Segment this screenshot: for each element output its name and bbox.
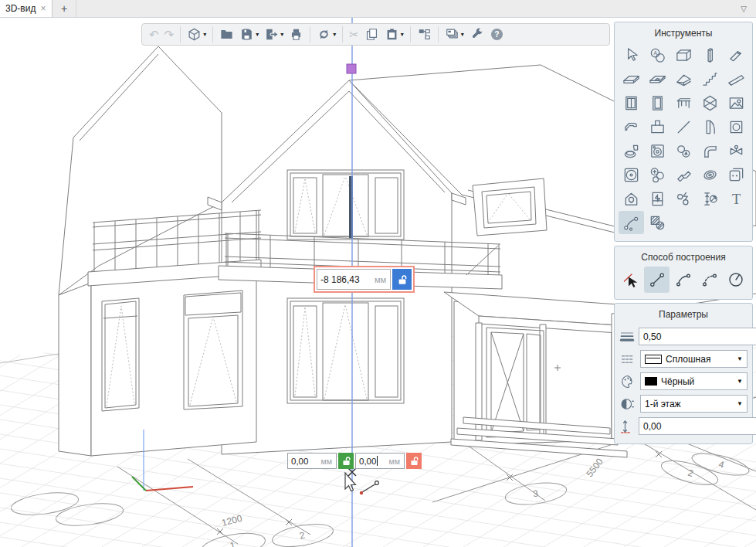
x-coordinate-field[interactable]: 0,00 мм	[287, 453, 337, 469]
tool-washer-button[interactable]	[645, 139, 670, 162]
spline-start-dot	[360, 491, 363, 494]
tool-wall-button[interactable]	[671, 43, 697, 66]
tool-valve-button[interactable]	[724, 139, 749, 162]
tool-ramp-button[interactable]	[724, 67, 749, 90]
line-weight-input[interactable]	[639, 331, 756, 342]
method-arc-tangent-button[interactable]	[697, 267, 722, 293]
tool-furniture-button[interactable]	[671, 91, 697, 114]
close-icon[interactable]: ×	[40, 4, 46, 13]
redo-button[interactable]: ↷	[162, 25, 177, 44]
level-select[interactable]: 1-й этаж ▼	[640, 395, 748, 413]
axis-bubble-r4: 4	[717, 459, 725, 471]
elevation-icon	[619, 419, 635, 434]
paste-button[interactable]: ▾	[382, 25, 406, 44]
dropdown-arrow-icon[interactable]: ▾	[280, 31, 283, 38]
coordinate-inputs: 0,00 мм 0,00 мм	[287, 453, 422, 469]
print-button[interactable]	[286, 25, 306, 44]
cut-button[interactable]: ✂	[347, 25, 361, 44]
tool-floor-opening-button[interactable]	[645, 67, 670, 90]
tool-fan-button[interactable]	[619, 163, 644, 186]
method-segment-button[interactable]	[644, 267, 670, 293]
color-select[interactable]: Чёрный ▼	[640, 372, 748, 390]
axis-bubble-1: 1	[229, 539, 236, 547]
tool-door-button[interactable]	[645, 91, 670, 114]
line-style-value: Сплошная	[666, 354, 710, 365]
y-coordinate-field[interactable]: 0,00 мм	[355, 453, 405, 469]
tool-text-button[interactable]: T	[724, 187, 749, 210]
redo-icon: ↷	[164, 29, 175, 40]
tool-beam-button[interactable]	[724, 43, 749, 66]
tool-duct-system-button[interactable]	[645, 163, 670, 186]
unit-label: мм	[317, 457, 336, 466]
method-arc-from-point-button[interactable]	[670, 267, 696, 293]
line-style-select[interactable]: Сплошная ▼	[640, 350, 748, 368]
tool-spline-button[interactable]	[619, 211, 644, 234]
lock-toggle-button[interactable]	[392, 269, 412, 290]
tool-roof-button[interactable]	[671, 67, 697, 90]
tab-overflow-button[interactable]: ▽	[737, 2, 750, 15]
tool-railing-button[interactable]	[619, 115, 644, 138]
level-icon	[619, 396, 636, 412]
copy-style-button[interactable]	[415, 25, 434, 44]
sync-button[interactable]: ▾	[314, 25, 338, 44]
tool-line-button[interactable]	[671, 115, 697, 138]
construction-handle[interactable]	[347, 64, 356, 73]
settings-button[interactable]	[467, 25, 486, 44]
tool-air-distributor-button[interactable]	[697, 163, 723, 186]
tool-dimension-button[interactable]	[697, 187, 723, 210]
dropdown-arrow-icon[interactable]: ▾	[256, 31, 259, 38]
method-circle-button[interactable]	[723, 267, 748, 293]
unit-label: мм	[371, 275, 390, 284]
y-lock-button[interactable]	[406, 453, 422, 469]
tool-equipment-button[interactable]	[724, 115, 749, 138]
tool-wiring-button[interactable]	[671, 187, 697, 210]
tool-column-button[interactable]	[697, 43, 723, 66]
tool-electric-panel-button[interactable]	[645, 187, 670, 210]
elevation-field[interactable]: мм	[639, 417, 756, 435]
export-button[interactable]: ▾	[262, 25, 286, 44]
dropdown-arrow-icon[interactable]: ▾	[333, 31, 336, 38]
svg-text:A: A	[653, 50, 657, 56]
dropdown-arrow-icon[interactable]: ▾	[461, 31, 464, 38]
view-3d-button[interactable]: ▾	[185, 25, 208, 44]
windows-button[interactable]: ▾	[442, 25, 466, 44]
app-window: 1 2 3 2 4 1200 5500	[0, 0, 756, 547]
dimension-field[interactable]: -8 186,43 мм	[317, 269, 391, 290]
copy-button[interactable]	[362, 25, 381, 44]
elevation-input[interactable]	[639, 421, 756, 432]
tool-foundation-button[interactable]	[645, 115, 670, 138]
tool-image-button[interactable]	[724, 91, 749, 114]
tool-floor-button[interactable]	[619, 67, 644, 90]
tab-3d-view[interactable]: 3D-вид ×	[0, 0, 53, 17]
x-value: 0,00	[288, 457, 308, 466]
line-weight-field[interactable]: мм	[639, 328, 756, 345]
dimension-input-frame: -8 186,43 мм	[314, 266, 415, 293]
method-row	[615, 266, 752, 294]
new-tab-button[interactable]: +	[53, 0, 76, 17]
tool-opening-button[interactable]	[697, 115, 723, 138]
tool-pipe-button[interactable]	[697, 139, 723, 162]
tool-toilet-button[interactable]	[619, 139, 644, 162]
dropdown-arrow-icon[interactable]: ▾	[203, 31, 206, 38]
params-panel-title: Параметры	[615, 304, 752, 323]
save-button[interactable]: ▾	[237, 25, 261, 44]
tool-measure-button[interactable]: A	[645, 43, 670, 66]
tab-bar: 3D-вид × + ▽	[0, 0, 756, 18]
tool-pump-button[interactable]	[671, 139, 697, 162]
method-smart-line-button[interactable]	[618, 267, 643, 293]
tool-duct-fitting-button[interactable]	[671, 163, 697, 186]
dropdown-arrow-icon[interactable]: ▾	[401, 31, 404, 38]
tool-select-button[interactable]	[619, 43, 644, 66]
tool-socket-button[interactable]	[724, 163, 749, 186]
y-value: 0,00	[356, 457, 376, 466]
tool-hatch-button[interactable]	[645, 211, 670, 234]
undo-button[interactable]: ↶	[147, 25, 161, 44]
tool-element-button[interactable]	[697, 91, 723, 114]
help-button[interactable]: ?	[487, 25, 507, 44]
x-lock-button[interactable]	[338, 453, 354, 469]
tool-light-button[interactable]	[619, 187, 644, 210]
open-button[interactable]	[217, 25, 236, 44]
tool-stairs-button[interactable]	[697, 67, 723, 90]
tool-window-button[interactable]	[619, 91, 644, 114]
unit-label: мм	[385, 457, 404, 466]
